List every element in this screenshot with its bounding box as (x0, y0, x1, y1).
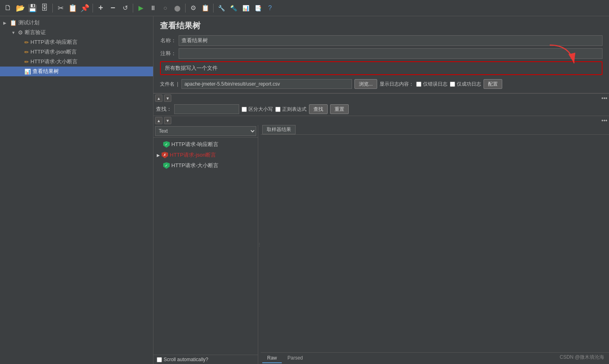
page-header: 查看结果树 名称： 注释： 所有数据写入一个文件 (153, 16, 609, 93)
tree-node-3[interactable]: ✓ HTTP请求-大小断言 (153, 160, 258, 171)
bottom-tabs: Raw Parsed (261, 352, 609, 364)
up-btn-2[interactable]: ▲ (155, 117, 162, 124)
paste-button[interactable]: 📌 (79, 2, 91, 14)
sep2 (93, 4, 93, 13)
status-err-icon-2: ✗ (162, 152, 168, 158)
settings-button[interactable]: ⚙ (188, 2, 199, 14)
report-button[interactable]: 📊 (240, 2, 251, 14)
more-btn-2[interactable]: ••• (601, 117, 607, 124)
sidebar-item-label: HTTP请求-响应断言 (30, 39, 78, 46)
help-button[interactable]: ? (264, 2, 276, 14)
tab-raw[interactable]: Raw (262, 353, 282, 363)
sidebar-item-label: 测试计划 (18, 19, 39, 26)
file-section-label: 所有数据写入一个文件 (165, 65, 218, 72)
watermark: CSDN @微木填沦海 (559, 354, 604, 361)
more-btn-1[interactable]: ••• (601, 95, 607, 101)
page-title: 查看结果树 (160, 20, 603, 31)
assertion-group-icon: ⚙ (18, 29, 23, 36)
undo-button[interactable]: ↺ (119, 2, 131, 14)
arrow-open-icon: ▼ (11, 30, 16, 35)
left-panel: Text HTML JSON XML ✓ HTTP请求-响应断言 (153, 125, 258, 364)
browse-button[interactable]: 浏览... (354, 79, 377, 89)
arrow-placeholder: ▶ (18, 60, 23, 64)
tab-parsed[interactable]: Parsed (283, 353, 308, 363)
edit-icon: ✏ (24, 39, 29, 45)
expand-arrow-icon: ▶ (157, 153, 160, 157)
sampler-tab[interactable]: 取样器结果 (262, 125, 296, 134)
format-select[interactable]: Text HTML JSON XML (155, 126, 256, 136)
main-layout: ▶ 📋 测试计划 ▼ ⚙ 断言验证 ▶ ✏ HTTP请求-响应断言 ▶ ✏ HT… (0, 16, 609, 364)
arrow-placeholder: ▶ (18, 50, 23, 54)
stop-all-button[interactable]: ⬤ (172, 2, 183, 14)
search-label: 查找： (156, 106, 172, 113)
template-button[interactable]: 📋 (200, 2, 211, 14)
test-plan-icon: 📋 (10, 19, 17, 26)
result-area (261, 135, 609, 352)
edit-icon: ✏ (24, 59, 29, 65)
sidebar-item-http1[interactable]: ▶ ✏ HTTP请求-响应断言 (0, 37, 153, 47)
stop-button[interactable]: ⏸ (147, 2, 159, 14)
sidebar-item-test-plan[interactable]: ▶ 📋 测试计划 (0, 18, 153, 28)
only-success-checkbox[interactable] (450, 82, 455, 87)
sidebar: ▶ 📋 测试计划 ▼ ⚙ 断言验证 ▶ ✏ HTTP请求-响应断言 ▶ ✏ HT… (0, 16, 153, 364)
comment-label: 注释： (160, 50, 176, 57)
copy-button[interactable]: 📋 (67, 2, 78, 14)
remote-button[interactable]: 🔧 (216, 2, 227, 14)
scroll-check-label: Scroll automatically? (157, 357, 208, 362)
report2-button[interactable]: 📑 (252, 2, 263, 14)
only-error-checkbox[interactable] (416, 82, 421, 87)
sep4 (185, 4, 186, 13)
display-log-label: 显示日志内容： (380, 81, 414, 88)
reset-button[interactable]: 重置 (330, 104, 349, 114)
status-ok-icon-1: ✓ (163, 141, 170, 148)
open-button[interactable]: 📂 (15, 2, 26, 14)
sidebar-item-result-tree[interactable]: ▶ 📊 查看结果树 (0, 67, 153, 76)
up-btn-1[interactable]: ▲ (155, 95, 162, 102)
down-btn-2[interactable]: ▼ (164, 117, 171, 124)
only-error-checkbox-label: 仅错误日志 (416, 81, 447, 88)
controls-row: 文件名 | 浏览... 显示日志内容： 仅错误日志 仅成功日志 配置 (160, 78, 603, 90)
sidebar-item-assertion-group[interactable]: ▼ ⚙ 断言验证 (0, 28, 153, 37)
result-tree-icon: 📊 (24, 69, 31, 75)
sep5 (213, 4, 214, 13)
sidebar-item-label: HTTP请求-json断言 (30, 48, 77, 56)
bottom-bar-left: Scroll automatically? (153, 355, 258, 364)
arrow-placeholder: ▶ (18, 69, 23, 74)
name-input[interactable] (179, 35, 603, 46)
case-sensitive-checkbox[interactable] (242, 107, 247, 112)
monitor-button[interactable]: 🔦 (228, 2, 239, 14)
regex-checkbox[interactable] (275, 107, 281, 112)
tree-node-1[interactable]: ✓ HTTP请求-响应断言 (153, 139, 258, 150)
save-all-button[interactable]: 🗄 (39, 2, 50, 14)
save-button[interactable]: 💾 (27, 2, 38, 14)
add-button[interactable]: + (95, 2, 106, 14)
sep3 (133, 4, 133, 13)
name-label: 名称： (160, 37, 176, 44)
tab-bar: 取样器结果 (261, 125, 609, 135)
sidebar-item-http3[interactable]: ▶ ✏ HTTP请求-大小断言 (0, 57, 153, 67)
down-btn-1[interactable]: ▼ (164, 95, 171, 102)
find-button[interactable]: 查找 (309, 104, 328, 114)
tree-node-2[interactable]: ▶ ✗ HTTP请求-json断言 (153, 150, 258, 160)
config-button[interactable]: 配置 (484, 79, 502, 89)
file-input[interactable] (181, 79, 352, 89)
file-name-label: 文件名 (160, 81, 175, 88)
sidebar-item-http2[interactable]: ▶ ✏ HTTP请求-json断言 (0, 47, 153, 57)
cut-button[interactable]: ✂ (55, 2, 66, 14)
divider-row-2: ▲ ▼ ••• (153, 116, 609, 125)
new-button[interactable]: 🗋 (2, 2, 14, 14)
right-panel: 取样器结果 Raw Parsed (261, 125, 609, 364)
comment-row: 注释： (160, 48, 603, 59)
clear-button[interactable]: ○ (160, 2, 171, 14)
regex-label: 正则表达式 (275, 106, 307, 113)
remove-button[interactable]: − (107, 2, 119, 14)
content-area: 查看结果树 名称： 注释： 所有数据写入一个文件 (153, 16, 609, 364)
run-button[interactable]: ▶ (135, 2, 147, 14)
search-input[interactable] (174, 104, 239, 114)
search-row: 查找： 区分大小写 正则表达式 查找 重置 (153, 103, 609, 116)
split-panel: Text HTML JSON XML ✓ HTTP请求-响应断言 (153, 125, 609, 364)
name-row: 名称： (160, 35, 603, 46)
status-ok-icon-3: ✓ (163, 162, 170, 169)
scroll-checkbox[interactable] (157, 357, 162, 362)
comment-input[interactable] (179, 48, 603, 59)
